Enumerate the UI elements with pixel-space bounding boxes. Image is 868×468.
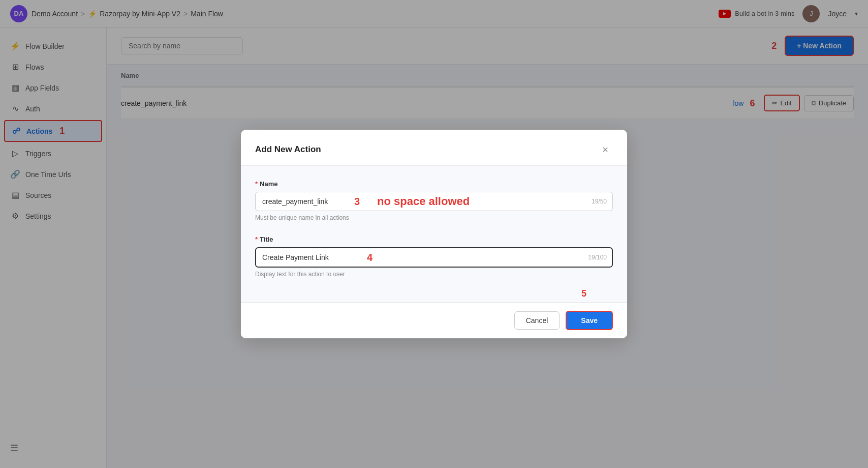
annotation-3: 3 [354, 196, 360, 208]
name-form-group: * Name create_payment_link 3 no space al… [255, 180, 613, 221]
title-hint: Display text for this action to user [255, 271, 613, 278]
modal-close-button[interactable]: × [598, 142, 613, 157]
title-form-group: * Title Create Payment Link 4 19/100 Dis… [255, 236, 613, 278]
modal-body: * Name create_payment_link 3 no space al… [241, 166, 627, 302]
title-required-star: * [255, 236, 258, 243]
name-hint: Must be unique name in all actions [255, 214, 613, 221]
modal-footer: 5 Cancel Save [241, 302, 627, 338]
title-label: * Title [255, 236, 613, 243]
title-char-count: 19/100 [588, 254, 607, 261]
name-label-text: Name [260, 180, 277, 188]
title-label-text: Title [260, 236, 273, 243]
name-required-star: * [255, 180, 258, 188]
modal-overlay[interactable]: Add New Action × * Name create_payment_l… [0, 0, 868, 468]
modal-title: Add New Action [255, 144, 321, 155]
name-input[interactable] [255, 192, 613, 211]
modal-dialog: Add New Action × * Name create_payment_l… [241, 130, 627, 338]
annotation-5: 5 [581, 288, 586, 299]
modal-header: Add New Action × [241, 130, 627, 166]
name-char-count: 19/50 [592, 198, 607, 205]
cancel-button[interactable]: Cancel [514, 311, 560, 330]
title-input[interactable] [255, 247, 613, 268]
name-input-wrapper: create_payment_link 3 no space allowed 1… [255, 192, 613, 211]
name-label: * Name [255, 180, 613, 188]
annotation-4: 4 [367, 252, 373, 264]
save-button[interactable]: Save [566, 311, 613, 330]
title-input-wrapper: Create Payment Link 4 19/100 [255, 247, 613, 268]
